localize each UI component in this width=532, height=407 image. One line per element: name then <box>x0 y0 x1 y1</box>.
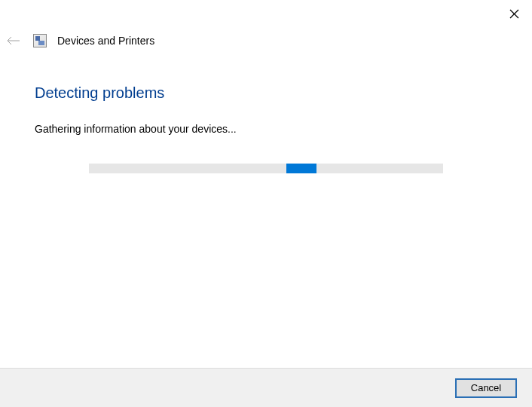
close-icon <box>509 9 519 19</box>
cancel-button[interactable]: Cancel <box>455 378 517 398</box>
status-text: Gathering information about your devices… <box>35 123 497 135</box>
back-button[interactable] <box>5 33 23 48</box>
page-heading: Detecting problems <box>35 84 497 102</box>
devices-printers-icon <box>33 34 47 47</box>
header: Devices and Printers <box>0 0 532 48</box>
progress-bar <box>89 164 443 173</box>
back-arrow-icon <box>6 36 21 45</box>
footer: Cancel <box>0 368 532 407</box>
content-area: Detecting problems Gathering information… <box>0 48 532 173</box>
window-title: Devices and Printers <box>57 35 154 47</box>
progress-indicator <box>286 164 316 173</box>
close-button[interactable] <box>506 6 521 21</box>
